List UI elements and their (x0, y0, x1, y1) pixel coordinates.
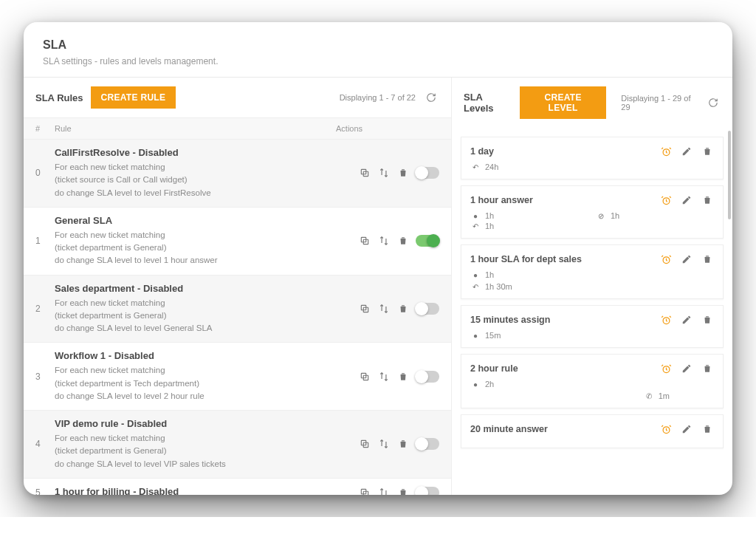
rule-toggle[interactable] (416, 487, 439, 495)
trash-icon[interactable] (396, 234, 410, 247)
level-metric: ●15m (470, 331, 714, 340)
rule-name: 1 hour for billing - Disabled (55, 486, 336, 495)
copy-icon[interactable] (358, 166, 371, 179)
level-card[interactable]: 1 hour SLA for dept sales ●1h↶1h 30m (461, 244, 724, 299)
rule-actions (336, 234, 439, 247)
alarm-icon[interactable] (659, 362, 673, 375)
levels-refresh-button[interactable] (705, 95, 721, 111)
rule-desc: For each new ticket matching (ticket dep… (55, 297, 336, 335)
rule-body: Sales department - Disabled For each new… (55, 283, 336, 335)
page-header: SLA SLA settings - rules and levels mana… (24, 22, 732, 77)
rule-index: 3 (35, 372, 55, 382)
levels-list[interactable]: 1 day ↶24h 1 hour answer ●1h⊘1h↶1h 1 hou… (452, 128, 732, 495)
rule-desc: For each new ticket matching (ticket dep… (55, 229, 336, 267)
reorder-icon[interactable] (377, 486, 391, 495)
rules-list[interactable]: 0 CallFirstResolve - Disabled For each n… (24, 140, 451, 495)
copy-icon[interactable] (358, 486, 371, 495)
levels-scrollbar[interactable] (728, 131, 731, 219)
level-metric: ●1h (470, 211, 588, 220)
trash-icon[interactable] (396, 437, 410, 451)
rule-index: 5 (35, 487, 55, 495)
metric-icon: ↶ (470, 283, 481, 291)
rule-name: General SLA (55, 215, 336, 226)
trash-icon[interactable] (701, 253, 714, 266)
rule-row[interactable]: 2 Sales department - Disabled For each n… (24, 275, 451, 343)
rule-actions (336, 370, 439, 383)
rule-index: 0 (35, 168, 55, 178)
edit-icon[interactable] (680, 313, 693, 326)
rule-toggle[interactable] (416, 235, 439, 247)
trash-icon[interactable] (396, 302, 410, 315)
trash-icon[interactable] (396, 166, 410, 179)
create-rule-button[interactable]: CREATE RULE (91, 86, 176, 109)
rule-name: CallFirstResolve - Disabled (55, 147, 336, 158)
alarm-icon[interactable] (659, 422, 673, 436)
edit-icon[interactable] (680, 145, 693, 158)
copy-icon[interactable] (358, 370, 371, 383)
level-card[interactable]: 15 minutes assign ●15m (461, 305, 724, 348)
level-card[interactable]: 1 hour answer ●1h⊘1h↶1h (461, 185, 724, 239)
rule-row[interactable]: 1 General SLA For each new ticket matchi… (24, 208, 451, 275)
trash-icon[interactable] (701, 145, 714, 158)
create-level-button[interactable]: CREATE LEVEL (520, 86, 606, 119)
metric-icon: ● (470, 271, 481, 279)
reorder-icon[interactable] (377, 370, 391, 383)
edit-icon[interactable] (680, 194, 693, 207)
metric-value: 1h 30m (485, 282, 512, 291)
level-title: 1 day (470, 146, 659, 157)
alarm-icon[interactable] (659, 145, 673, 158)
trash-icon[interactable] (701, 422, 714, 436)
level-actions (659, 313, 714, 326)
level-card[interactable]: 20 minute answer (461, 414, 724, 448)
level-card[interactable]: 1 day ↶24h (461, 137, 724, 179)
level-metric: ✆1m (470, 391, 714, 400)
rule-row[interactable]: 3 Workflow 1 - Disabled For each new tic… (24, 343, 451, 411)
reorder-icon[interactable] (377, 437, 391, 451)
copy-icon[interactable] (358, 437, 371, 451)
rule-toggle[interactable] (416, 371, 439, 383)
rules-displaying: Displaying 1 - 7 of 22 (340, 93, 416, 102)
level-head: 1 day (470, 145, 714, 158)
rule-index: 1 (35, 236, 55, 246)
trash-icon[interactable] (701, 313, 714, 326)
rule-body: 1 hour for billing - Disabled (55, 486, 336, 495)
reorder-icon[interactable] (377, 302, 391, 315)
rule-actions (336, 437, 439, 451)
level-card[interactable]: 2 hour rule ●2h✆1m (461, 354, 724, 408)
level-head: 15 minutes assign (470, 313, 714, 326)
alarm-icon[interactable] (659, 253, 673, 266)
metric-icon: ● (470, 212, 481, 220)
copy-icon[interactable] (358, 302, 371, 315)
alarm-icon[interactable] (659, 194, 673, 207)
edit-icon[interactable] (680, 253, 693, 266)
col-rule: Rule (55, 124, 336, 133)
trash-icon[interactable] (396, 486, 410, 495)
levels-column: SLA Levels CREATE LEVEL Displaying 1 - 2… (452, 78, 732, 495)
rules-refresh-button[interactable] (423, 89, 439, 106)
level-metric: ⊘1h (596, 211, 714, 220)
alarm-icon[interactable] (659, 313, 673, 326)
metric-value: 1h (485, 222, 494, 230)
level-actions (659, 362, 714, 375)
rule-body: Workflow 1 - Disabled For each new ticke… (55, 350, 336, 403)
metric-icon: ↶ (470, 163, 481, 171)
rule-row[interactable]: 5 1 hour for billing - Disabled (24, 479, 451, 495)
trash-icon[interactable] (701, 194, 714, 207)
edit-icon[interactable] (680, 362, 693, 375)
trash-icon[interactable] (396, 370, 410, 383)
reorder-icon[interactable] (377, 166, 391, 179)
reorder-icon[interactable] (377, 234, 391, 247)
rule-toggle[interactable] (416, 303, 439, 315)
trash-icon[interactable] (701, 362, 714, 375)
rule-index: 2 (35, 304, 55, 314)
copy-icon[interactable] (358, 234, 371, 247)
edit-icon[interactable] (680, 422, 693, 436)
rule-toggle[interactable] (416, 167, 439, 179)
level-title: 1 hour answer (470, 195, 659, 205)
rule-row[interactable]: 0 CallFirstResolve - Disabled For each n… (24, 140, 451, 208)
rule-actions (336, 166, 439, 179)
rule-row[interactable]: 4 VIP demo rule - Disabled For each new … (24, 411, 451, 479)
rule-index: 4 (35, 439, 55, 449)
rule-toggle[interactable] (416, 438, 439, 450)
metric-value: 1h (485, 270, 494, 279)
